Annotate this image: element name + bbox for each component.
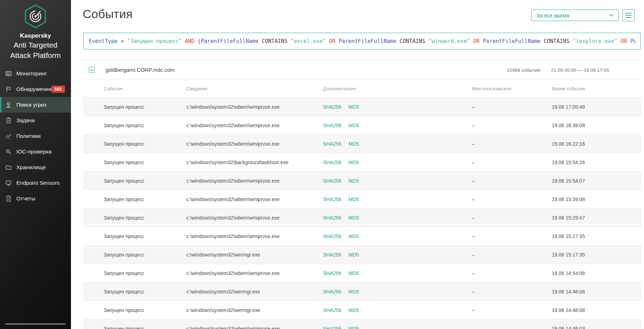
event-type-cell: Запущен процесс — [83, 252, 186, 258]
user-name-cell: – — [472, 160, 552, 165]
md5-link[interactable]: MD5 — [348, 326, 359, 329]
sha256-link[interactable]: SHA256 — [323, 307, 341, 313]
storage-icon — [5, 164, 12, 171]
md5-link[interactable]: MD5 — [348, 307, 359, 313]
table-settings-button[interactable] — [622, 9, 635, 21]
collapse-group-button[interactable] — [89, 67, 95, 73]
md5-link[interactable]: MD5 — [348, 233, 359, 239]
table-row[interactable]: Запущен процесс c:\windows\system32\wbem… — [83, 97, 642, 116]
table-row[interactable]: Запущен процесс c:\windows\system32\werm… — [83, 301, 642, 319]
sha256-link[interactable]: SHA256 — [323, 326, 341, 329]
hash-links-cell: SHA256 MD5 — [323, 123, 472, 128]
minus-icon — [90, 70, 93, 70]
query-token: "excel.exe" — [291, 38, 326, 44]
sha256-link[interactable]: SHA256 — [323, 104, 341, 110]
sidebar-item-storage[interactable]: Хранилище — [0, 160, 71, 175]
group-time-range: 21.05 00:00 — 19.06 17:05 — [551, 68, 609, 73]
table-row[interactable]: Запущен процесс c:\windows\system32\wbem… — [83, 134, 642, 153]
hash-links-cell: SHA256 MD5 — [323, 233, 472, 239]
md5-link[interactable]: MD5 — [348, 178, 359, 184]
sidebar-item-endpoint-sensors[interactable]: Endpoint Sensors — [0, 175, 71, 191]
query-token: ParentFileFullName — [483, 38, 541, 44]
table-row[interactable]: Запущен процесс c:\windows\system32\wbem… — [83, 227, 642, 245]
table-row[interactable]: Запущен процесс c:\windows\system32\werm… — [83, 282, 642, 301]
sha256-link[interactable]: SHA256 — [323, 252, 341, 258]
table-row[interactable]: Запущен процесс c:\windows\system32\back… — [83, 153, 642, 171]
table-row[interactable]: Запущен процесс c:\windows\system32\wbem… — [83, 208, 642, 227]
sha256-link[interactable]: SHA256 — [323, 289, 341, 295]
table-row[interactable]: Запущен процесс c:\windows\system32\wbem… — [83, 319, 642, 329]
hash-links-cell: SHA256 MD5 — [323, 196, 472, 202]
event-time-cell: 19.06 15:17:35 — [552, 233, 642, 239]
sidebar-item-detections[interactable]: Обнаружения 581 — [0, 81, 71, 97]
query-token: "Запущен процесс" — [127, 38, 182, 44]
sidebar-item-tasks[interactable]: Задачи — [0, 113, 71, 128]
table-row[interactable]: Запущен процесс c:\windows\system32\werm… — [83, 245, 642, 264]
sha256-link[interactable]: SHA256 — [323, 123, 341, 128]
event-type-cell: Запущен процесс — [83, 178, 186, 184]
event-time-cell: 19.06 15:54:07 — [552, 178, 642, 184]
sha256-link[interactable]: SHA256 — [323, 215, 341, 221]
md5-link[interactable]: MD5 — [348, 252, 359, 258]
sidebar-item-label: IOC-проверка — [16, 149, 51, 155]
monitoring-icon — [5, 70, 12, 77]
md5-link[interactable]: MD5 — [348, 104, 359, 110]
product-name-line1: Anti Targeted — [0, 41, 71, 50]
query-token: AND — [185, 38, 194, 44]
sha256-link[interactable]: SHA256 — [323, 141, 341, 147]
user-name-cell: – — [472, 233, 552, 239]
hash-links-cell: SHA256 MD5 — [323, 270, 472, 276]
event-type-cell: Запущен процесс — [83, 307, 186, 313]
chevron-down-icon — [609, 14, 614, 17]
event-type-cell: Запущен процесс — [83, 123, 186, 128]
user-name-cell: – — [472, 123, 552, 128]
group-events-count: 12489 событий — [507, 68, 540, 73]
md5-link[interactable]: MD5 — [348, 123, 359, 128]
sidebar-item-ioc-scan[interactable]: IOC-проверка — [0, 144, 71, 160]
event-details-cell: c:\windows\system32\wbem\wmiprvse.exe — [186, 104, 323, 110]
hash-links-cell: SHA256 MD5 — [323, 104, 472, 110]
event-details-cell: c:\windows\system32\wbem\wmiprvse.exe — [186, 326, 323, 329]
sha256-link[interactable]: SHA256 — [323, 160, 341, 165]
md5-link[interactable]: MD5 — [348, 270, 359, 276]
sidebar-item-threat-hunting[interactable]: Поиск угроз — [0, 97, 71, 113]
column-header-details: Сведения — [186, 86, 323, 91]
event-details-cell: c:\windows\system32\wbem\wmiprvse.exe — [186, 215, 323, 221]
md5-link[interactable]: MD5 — [348, 215, 359, 221]
sha256-link[interactable]: SHA256 — [323, 270, 341, 276]
event-time-cell: 19.06 15:17:35 — [552, 252, 642, 258]
event-time-cell: 19.06 16:22:16 — [552, 141, 642, 147]
logo-block: Kaspersky Anti Targeted Attack Platform — [0, 0, 71, 60]
table-row[interactable]: Запущен процесс c:\windows\system32\wbem… — [83, 264, 642, 282]
query-input[interactable]: EventType = "Запущен процесс" AND (Paren… — [83, 33, 641, 49]
sha256-link[interactable]: SHA256 — [323, 233, 341, 239]
md5-link[interactable]: MD5 — [348, 141, 359, 147]
table-row[interactable]: Запущен процесс c:\windows\system32\wbem… — [83, 116, 642, 134]
column-header-time: Время события — [552, 86, 642, 91]
event-time-cell: 19.06 17:05:48 — [552, 104, 642, 110]
sidebar-item-reports[interactable]: Отчеты — [0, 191, 71, 206]
time-filter-dropdown[interactable]: За все время — [531, 10, 618, 21]
table-row[interactable]: Запущен процесс c:\windows\system32\wbem… — [83, 171, 642, 190]
sha256-link[interactable]: SHA256 — [323, 178, 341, 184]
query-token — [182, 38, 185, 44]
table-row[interactable]: Запущен процесс c:\windows\system32\wbem… — [83, 190, 642, 208]
md5-link[interactable]: MD5 — [348, 196, 359, 202]
md5-link[interactable]: MD5 — [348, 289, 359, 295]
sha256-link[interactable]: SHA256 — [323, 196, 341, 202]
main-content: События За все время EventType = "Запуще… — [71, 0, 644, 329]
md5-link[interactable]: MD5 — [348, 160, 359, 165]
sidebar-item-label: Политики — [16, 133, 40, 139]
sidebar-item-label: Мониторинг — [16, 70, 47, 77]
event-details-cell: c:\windows\system32\wbem\wmiprvse.exe — [186, 270, 323, 276]
detections-flag-icon — [5, 86, 12, 92]
event-type-cell: Запущен процесс — [83, 141, 186, 147]
hamburger-icon — [626, 13, 632, 14]
sidebar-item-policies[interactable]: Политики — [0, 128, 71, 144]
detections-count-badge: 581 — [51, 86, 65, 93]
time-filter-value: За все время — [536, 12, 609, 18]
hash-links-cell: SHA256 MD5 — [323, 215, 472, 221]
query-token: EventType — [89, 38, 117, 44]
sidebar-item-monitoring[interactable]: Мониторинг — [0, 66, 71, 81]
query-token: CONTAINS — [259, 38, 291, 44]
